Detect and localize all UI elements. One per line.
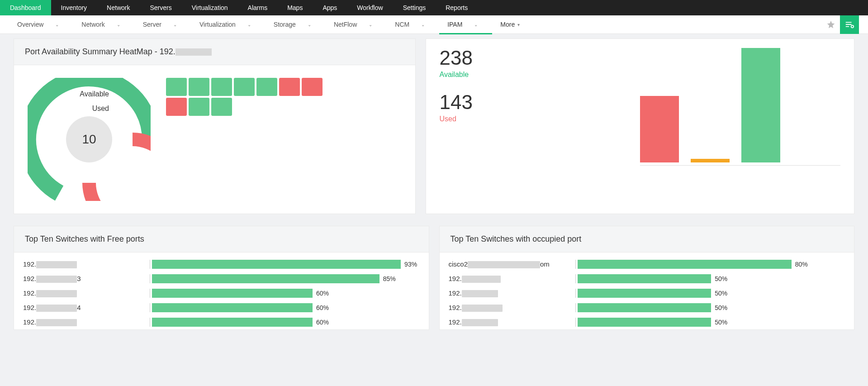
donut-center-value: 10: [66, 116, 112, 162]
nav-more-button[interactable]: More ▾: [492, 21, 528, 28]
switch-label: 192..: [449, 289, 575, 297]
switch-percent: 85%: [383, 275, 396, 282]
switch-bar-track: 60%: [150, 318, 420, 327]
switch-row[interactable]: cisco2.om80%: [449, 257, 845, 272]
add-widget-button[interactable]: [840, 15, 859, 34]
favorite-button[interactable]: [822, 15, 840, 33]
heatmap-cell[interactable]: [211, 98, 232, 116]
switch-row[interactable]: 192..50%: [449, 315, 845, 329]
switch-bar-track: 80%: [575, 260, 845, 269]
nav-primary-reports[interactable]: Reports: [436, 0, 478, 15]
switch-percent: 50%: [715, 290, 727, 297]
switch-row[interactable]: 192..50%: [449, 300, 845, 315]
chevron-down-icon: ⌄: [117, 22, 120, 27]
nav-label: Server: [143, 21, 161, 28]
port-availability-donut: 10 Available Used: [28, 78, 151, 201]
switch-bar-track: 93%: [150, 260, 420, 269]
nav-secondary: Overview⌄Network⌄Server⌄Virtualization⌄S…: [0, 15, 868, 34]
legend-available: Available: [28, 87, 151, 101]
switch-label: 192..: [449, 275, 575, 283]
switch-row[interactable]: 192..385%: [23, 272, 420, 286]
nav-primary-workflow[interactable]: Workflow: [347, 0, 393, 15]
nav-primary-alarms[interactable]: Alarms: [238, 0, 278, 15]
heatmap-cell[interactable]: [189, 98, 209, 116]
chevron-down-icon: ⌄: [421, 22, 425, 27]
chevron-down-icon: ⌄: [55, 22, 59, 27]
stat-used-label: Used: [440, 115, 640, 123]
switch-bar: [578, 274, 711, 283]
nav-more-label: More: [500, 21, 515, 28]
card-title: Port Availability Summary HeatMap - 192.: [14, 39, 415, 65]
switch-percent: 50%: [715, 275, 727, 282]
switch-label: 192..: [23, 318, 150, 326]
summary-bar-chart: [640, 48, 840, 166]
bar-available: [741, 48, 780, 162]
port-summary-card: 238 Available 143 Used: [426, 38, 855, 214]
nav-primary-inventory[interactable]: Inventory: [51, 0, 97, 15]
switch-bar: [578, 260, 792, 269]
playlist-add-icon: [844, 19, 854, 29]
switch-percent: 50%: [715, 319, 727, 326]
nav-secondary-overview[interactable]: Overview⌄: [9, 15, 73, 34]
switch-label: 192..: [23, 260, 150, 268]
nav-primary-dashboard[interactable]: Dashboard: [0, 0, 51, 15]
nav-secondary-ncm[interactable]: NCM⌄: [387, 15, 439, 34]
nav-primary-settings[interactable]: Settings: [393, 0, 436, 15]
stat-available-label: Available: [440, 71, 640, 79]
heatmap-cell[interactable]: [256, 78, 277, 96]
switch-row[interactable]: 192..60%: [23, 286, 420, 300]
switch-row[interactable]: 192..50%: [449, 286, 845, 300]
heatmap-cell[interactable]: [189, 78, 209, 96]
heatmap-cell[interactable]: [166, 98, 187, 116]
chevron-down-icon: ⌄: [308, 22, 311, 27]
switch-label: 192..: [23, 289, 150, 297]
nav-label: NetFlow: [334, 21, 357, 28]
switch-bar-track: 50%: [575, 274, 845, 283]
heatmap-cell[interactable]: [302, 78, 323, 96]
switch-label: 192..4: [23, 304, 150, 312]
chevron-down-icon: ⌄: [369, 22, 372, 27]
switch-percent: 80%: [795, 261, 808, 268]
switch-row[interactable]: 192..50%: [449, 272, 845, 286]
bar-used: [640, 96, 679, 162]
switch-bar: [578, 303, 711, 312]
switch-bar-track: 50%: [575, 318, 845, 327]
stat-used: 143 Used: [440, 92, 640, 123]
nav-secondary-server[interactable]: Server⌄: [135, 15, 191, 34]
legend-used: Used: [28, 101, 151, 116]
switch-row[interactable]: 192..93%: [23, 257, 420, 272]
heatmap-cell[interactable]: [234, 78, 255, 96]
stat-available: 238 Available: [440, 48, 640, 79]
switch-bar: [152, 274, 379, 283]
nav-primary-network[interactable]: Network: [97, 0, 140, 15]
switch-label: cisco2.om: [449, 260, 575, 268]
nav-secondary-ipam[interactable]: IPAM⌄: [439, 15, 492, 34]
switch-bar: [578, 289, 711, 298]
switch-bar: [152, 260, 401, 269]
switch-row[interactable]: 192..460%: [23, 300, 420, 315]
nav-label: Storage: [274, 21, 296, 28]
nav-secondary-virtualization[interactable]: Virtualization⌄: [191, 15, 266, 34]
nav-secondary-storage[interactable]: Storage⌄: [266, 15, 326, 34]
nav-primary-apps[interactable]: Apps: [313, 0, 347, 15]
switch-bar-track: 50%: [575, 303, 845, 312]
switch-label: 192..3: [23, 275, 150, 283]
switch-bar-track: 85%: [150, 274, 420, 283]
heatmap-grid: [166, 78, 323, 116]
card-title: Top Ten Switches with Free ports: [14, 226, 429, 253]
switch-percent: 93%: [404, 261, 417, 268]
switch-bar-track: 50%: [575, 289, 845, 298]
heatmap-cell[interactable]: [166, 78, 187, 96]
switch-bar-track: 60%: [150, 289, 420, 298]
nav-primary-maps[interactable]: Maps: [277, 0, 313, 15]
chevron-down-icon: ⌄: [474, 22, 478, 27]
top-free-switches-card: Top Ten Switches with Free ports 192..93…: [14, 226, 429, 330]
switch-bar: [152, 289, 313, 298]
heatmap-cell[interactable]: [279, 78, 300, 96]
nav-secondary-network[interactable]: Network⌄: [73, 15, 134, 34]
nav-primary-servers[interactable]: Servers: [140, 0, 181, 15]
switch-row[interactable]: 192..60%: [23, 315, 420, 329]
nav-secondary-netflow[interactable]: NetFlow⌄: [326, 15, 387, 34]
nav-primary-virtualization[interactable]: Virtualization: [182, 0, 238, 15]
heatmap-cell[interactable]: [211, 78, 232, 96]
